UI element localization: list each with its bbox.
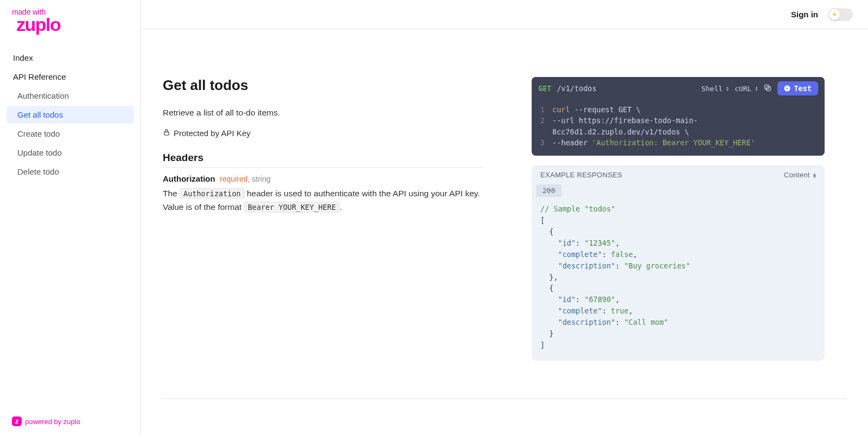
request-code: 1curl --request GET \ 2 --url https://fi…: [532, 100, 825, 156]
section-divider: [163, 399, 846, 399]
play-icon: [784, 85, 790, 92]
request-header: GET /v1/todos Shell▴▾ cURL▴▾ Test: [532, 77, 825, 100]
protected-badge: Protected by API Key: [163, 129, 483, 138]
client-select[interactable]: cURL▴▾: [735, 85, 758, 93]
nav-update-todo[interactable]: Update todo: [7, 144, 134, 162]
nav-index[interactable]: Index: [7, 49, 134, 67]
response-body: // Sample "todos" [ { "id": "12345", "co…: [532, 197, 825, 361]
nav-create-todo[interactable]: Create todo: [7, 125, 134, 143]
signin-link[interactable]: Sign in: [791, 10, 818, 19]
content-select[interactable]: Content▴▾: [784, 171, 816, 179]
param-type: , string: [247, 175, 270, 183]
content: Get all todos Retrieve a list of all to-…: [141, 29, 868, 436]
page-description: Retrieve a list of all to-do items.: [163, 108, 483, 118]
lang-select[interactable]: Shell▴▾: [701, 85, 729, 93]
main: Sign in ☀ Get all todos Retrieve a list …: [141, 0, 868, 436]
doc-column: Get all todos Retrieve a list of all to-…: [163, 77, 483, 361]
request-path: /v1/todos: [557, 84, 596, 93]
protected-label: Protected by API Key: [174, 129, 251, 138]
copy-icon[interactable]: [763, 84, 772, 94]
chevron-updown-icon: ▴▾: [813, 172, 816, 178]
param-required: required: [220, 175, 247, 183]
lock-icon: [163, 129, 170, 138]
theme-toggle[interactable]: ☀: [828, 8, 853, 21]
nav-delete-todo[interactable]: Delete todo: [7, 163, 134, 181]
param-description: The Authorization header is used to auth…: [163, 187, 483, 214]
code-authorization: Authorization: [180, 188, 245, 199]
sun-icon: ☀: [829, 9, 840, 20]
nav-api-reference[interactable]: API Reference: [7, 68, 134, 86]
brand-name: zuplo: [12, 15, 129, 34]
chevron-updown-icon: ▴▾: [755, 86, 758, 91]
footer-badge-icon: z: [12, 416, 22, 426]
request-panel: GET /v1/todos Shell▴▾ cURL▴▾ Test: [532, 77, 825, 156]
response-title: EXAMPLE RESPONSES: [540, 171, 622, 179]
svg-rect-0: [164, 132, 169, 135]
page-title: Get all todos: [163, 77, 483, 94]
sidebar-footer[interactable]: z powered by zuplo: [0, 407, 141, 436]
nav-authentication[interactable]: Authentication: [7, 87, 134, 105]
chevron-updown-icon: ▴▾: [726, 86, 729, 91]
tab-200[interactable]: 200: [536, 184, 561, 197]
headers-heading: Headers: [163, 152, 483, 168]
logo[interactable]: made with zuplo: [0, 8, 141, 43]
code-bearer: Bearer YOUR_KEY_HERE: [244, 202, 340, 213]
nav-get-all-todos[interactable]: Get all todos: [7, 106, 134, 124]
param-name: Authorization: [163, 174, 215, 183]
footer-text: powered by zuplo: [25, 418, 80, 426]
sidebar: made with zuplo Index API Reference Auth…: [0, 0, 141, 436]
test-button[interactable]: Test: [777, 81, 818, 95]
topbar: Sign in ☀: [141, 0, 868, 29]
http-method: GET: [538, 84, 551, 93]
sidebar-nav: Index API Reference Authentication Get a…: [0, 43, 141, 186]
example-column: GET /v1/todos Shell▴▾ cURL▴▾ Test: [532, 77, 825, 361]
param-authorization: Authorization required, string The Autho…: [163, 174, 483, 214]
response-panel: EXAMPLE RESPONSES Content▴▾ 200 // Sampl…: [532, 165, 825, 361]
